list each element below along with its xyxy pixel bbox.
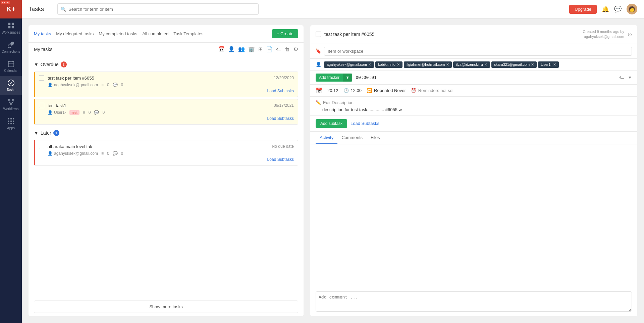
task-checkbox[interactable] [39, 144, 44, 149]
task-date: No due date [272, 144, 294, 149]
detail-close-button[interactable]: ⊙ [628, 31, 632, 38]
overdue-section-header[interactable]: ▼ Overdue 2 [34, 59, 298, 70]
task-checkbox[interactable] [39, 103, 44, 108]
subtask-icon: ≡ [101, 83, 104, 87]
assignee-tag[interactable]: skara321@gmail.com ✕ [491, 61, 537, 68]
comment-textarea[interactable] [316, 291, 632, 312]
workspace-input[interactable] [324, 47, 632, 56]
assignees-row: 👤 agahyuksek@gmail.com ✕ kobikit info ✕ … [310, 59, 637, 71]
notifications-icon[interactable]: 🔔 [602, 5, 609, 13]
calendar-toolbar-icon[interactable]: 📅 [218, 46, 225, 52]
tab-activity[interactable]: Activity [316, 132, 337, 144]
sidebar-item-tasks[interactable]: Tasks [0, 76, 22, 95]
task-item[interactable]: test task1 06/17/2021 👤 User1- test ≡ 0 … [34, 99, 298, 125]
sidebar-item-label: Connections [2, 50, 20, 53]
main-area: Tasks 🔍 Upgrade 🔔 💬 🧑 My tasks My delega… [22, 0, 644, 323]
assignee-tag[interactable]: kobikit info ✕ [375, 61, 402, 68]
create-task-button[interactable]: + Create [272, 29, 298, 38]
reminder-icon: ⏰ [411, 88, 416, 93]
detail-task-checkbox[interactable] [316, 32, 321, 37]
svg-rect-3 [11, 26, 13, 28]
tab-my-tasks[interactable]: My tasks [34, 31, 51, 36]
tasks-icon [7, 79, 15, 87]
svg-rect-16 [8, 118, 9, 120]
user-toolbar-icon[interactable]: 👤 [228, 46, 235, 52]
upgrade-button[interactable]: Upgrade [569, 5, 597, 14]
task-item[interactable]: albaraka main level tak No due date 👤 ag… [34, 140, 298, 166]
file-toolbar-icon[interactable]: 📄 [266, 46, 273, 52]
remove-assignee-button[interactable]: ✕ [553, 62, 556, 67]
remove-assignee-button[interactable]: ✕ [484, 62, 487, 67]
settings-toolbar-icon[interactable]: ⚙ [293, 46, 298, 52]
remove-assignee-button[interactable]: ✕ [397, 62, 400, 67]
tracker-row: Add tracker ▼ 00:00:01 🏷 ▼ [310, 71, 637, 85]
delete-toolbar-icon[interactable]: 🗑 [285, 46, 290, 52]
tasks-toolbar: My tasks 📅 👤 👥 🏢 ⊞ 📄 🏷 🗑 ⚙ [29, 43, 304, 56]
assignee-tag[interactable]: ilya@idzenski.ru ✕ [453, 61, 490, 68]
tab-comments[interactable]: Comments [337, 132, 367, 144]
assignee-tag[interactable]: User1- ✕ [538, 61, 559, 68]
sidebar-item-workflows[interactable]: Workflows [0, 95, 22, 114]
tab-task-templates[interactable]: Task Templates [173, 31, 203, 36]
apps-icon [7, 118, 15, 125]
svg-rect-22 [8, 123, 9, 125]
task-checkbox[interactable] [39, 75, 44, 81]
tab-files[interactable]: Files [367, 132, 384, 144]
tag-icon[interactable]: 🏷 [619, 75, 625, 81]
repeat-field[interactable]: 🔁 Repeated Never [367, 88, 406, 93]
page-title: Tasks [29, 6, 44, 13]
add-tracker-dropdown-button[interactable]: ▼ [343, 74, 352, 82]
hierarchy-toolbar-icon[interactable]: 🏢 [248, 46, 255, 52]
tab-all-completed[interactable]: All completed [142, 31, 168, 36]
content: My tasks My delegated tasks My completed… [22, 18, 644, 323]
sidebar-item-label: Workspaces [2, 31, 20, 34]
group-toolbar-icon[interactable]: 👥 [238, 46, 245, 52]
reminder-label: Reminders not set [418, 88, 454, 93]
later-section-header[interactable]: ▼ Later 1 [34, 128, 298, 138]
remove-assignee-button[interactable]: ✕ [531, 62, 534, 67]
add-tracker-main-button[interactable]: Add tracker [316, 74, 343, 82]
workspace-row: 🔖 [310, 44, 637, 59]
assignee-tag[interactable]: agahyuksek@gmail.com ✕ [324, 61, 374, 68]
assignee-tag[interactable]: ilgiahmet@hotmail.com ✕ [404, 61, 452, 68]
comment-count: 0 [102, 110, 105, 115]
task-item[interactable]: test task per item #6055 12/20/2020 👤 ag… [34, 72, 298, 97]
tag-toolbar-icon[interactable]: 🏷 [276, 46, 281, 52]
assignee-email: ilya@idzenski.ru [456, 62, 483, 66]
overdue-chevron-icon: ▼ [34, 62, 39, 67]
load-subtasks-link[interactable]: Load Subtasks [39, 115, 294, 121]
overdue-label: Overdue [41, 62, 59, 67]
date-field[interactable]: 20.12 [327, 88, 338, 93]
sidebar-item-label: Apps [7, 126, 15, 130]
sidebar-item-workspaces[interactable]: Workspaces [0, 18, 22, 38]
time-field[interactable]: 🕐 12:00 [343, 88, 362, 93]
remove-assignee-button[interactable]: ✕ [446, 62, 449, 67]
add-subtask-button[interactable]: Add subtask [316, 119, 347, 128]
remove-assignee-button[interactable]: ✕ [368, 62, 371, 67]
reminder-field[interactable]: ⏰ Reminders not set [411, 88, 454, 93]
edit-description-label[interactable]: ✏️ Edit Description [316, 100, 632, 105]
svg-rect-18 [13, 118, 14, 120]
sidebar-item-connections[interactable]: Connections [0, 38, 22, 57]
search-input[interactable] [57, 3, 259, 15]
task-assignee: 👤 User1- [48, 110, 66, 115]
sidebar-item-apps[interactable]: Apps [0, 114, 22, 133]
logo-button[interactable]: BETA K+ [0, 0, 22, 18]
show-more-button[interactable]: Show more tasks [34, 301, 298, 313]
load-subtasks-link[interactable]: Load Subtasks [39, 156, 294, 162]
search-container: 🔍 [57, 3, 259, 15]
tag-dropdown-icon[interactable]: ▼ [628, 75, 632, 80]
task-header: test task1 06/17/2021 [39, 103, 294, 108]
repeat-label: Repeated Never [374, 88, 406, 93]
chat-icon[interactable]: 💬 [614, 5, 622, 13]
avatar[interactable]: 🧑 [627, 4, 637, 14]
task-title: test task per item #6055 [48, 76, 270, 81]
sidebar-item-calendar[interactable]: Calendar [0, 57, 22, 76]
tab-my-completed[interactable]: My completed tasks [99, 31, 137, 36]
svg-rect-20 [10, 121, 12, 122]
table-toolbar-icon[interactable]: ⊞ [258, 46, 263, 52]
load-subtasks-link[interactable]: Load Subtasks [39, 87, 294, 93]
tab-my-delegated[interactable]: My delegated tasks [56, 31, 94, 36]
add-tracker-button[interactable]: Add tracker ▼ [316, 74, 352, 82]
load-subtasks-link[interactable]: Load Subtasks [351, 121, 379, 126]
